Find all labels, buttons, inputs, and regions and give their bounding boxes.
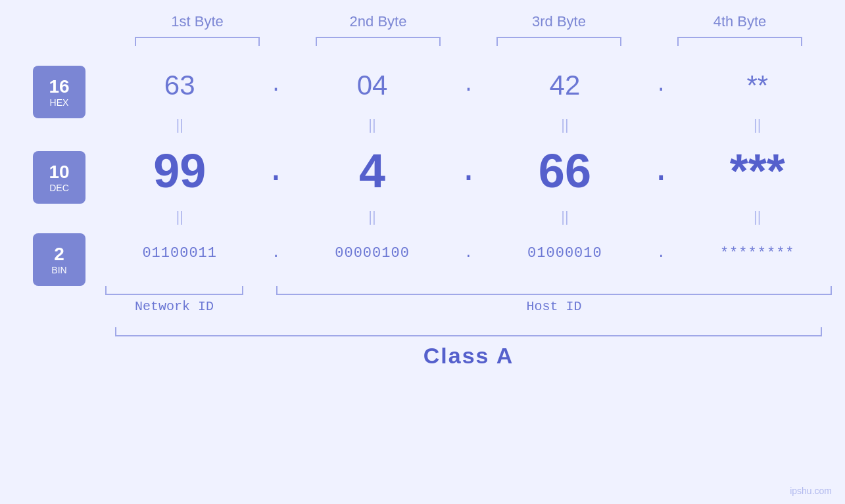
byte1-label: 1st Byte <box>125 13 270 30</box>
byte2-label: 2nd Byte <box>306 13 450 30</box>
dec-dot2: . <box>455 138 481 204</box>
equals-row-1: || || || || <box>92 112 845 138</box>
byte3-label: 3rd Byte <box>487 13 631 30</box>
host-id-label: Host ID <box>276 299 832 314</box>
host-bracket <box>276 286 832 295</box>
bin-badge-wrapper: 2 BIN <box>33 237 85 283</box>
dec-row: 99 . 4 . 66 . *** <box>92 138 845 204</box>
bin-b2: 00000100 <box>306 230 438 276</box>
dec-badge-wrapper: 10 DEC <box>33 145 85 210</box>
hex-row: 63 . 04 . 42 . ** <box>92 59 845 112</box>
dec-badge: 10 DEC <box>33 151 85 204</box>
hex-dot1: . <box>263 59 289 112</box>
network-id-label: Network ID <box>105 299 243 314</box>
dec-b2: 4 <box>306 138 438 204</box>
hex-b3: 42 <box>499 59 631 112</box>
eq2-b2: || <box>306 208 438 225</box>
main-content-area: 16 HEX 10 DEC 2 BIN <box>0 59 845 283</box>
badges-column: 16 HEX 10 DEC 2 BIN <box>0 59 92 283</box>
byte4-label: 4th Byte <box>667 13 812 30</box>
bin-badge-number: 2 <box>54 244 64 265</box>
bracket-byte3 <box>496 37 621 46</box>
bin-b1: 01100011 <box>114 230 245 276</box>
bin-badge: 2 BIN <box>33 233 85 286</box>
dec-dot3: . <box>648 138 674 204</box>
hex-b2: 04 <box>306 59 438 112</box>
class-bracket <box>115 327 822 336</box>
network-bracket <box>105 286 243 295</box>
eq1-b1: || <box>114 116 245 133</box>
byte-headers: 1st Byte 2nd Byte 3rd Byte 4th Byte <box>107 13 831 30</box>
hex-badge-label: HEX <box>50 97 69 108</box>
bin-b4: ******** <box>692 230 823 276</box>
equals-row-2: || || || || <box>92 204 845 230</box>
top-brackets <box>107 37 831 46</box>
class-label: Class A <box>102 343 835 369</box>
bin-badge-label: BIN <box>51 265 66 275</box>
hex-badge-number: 16 <box>49 76 69 97</box>
main-container: 1st Byte 2nd Byte 3rd Byte 4th Byte 16 H… <box>0 0 845 504</box>
hex-dot3: . <box>648 59 674 112</box>
bin-b3: 01000010 <box>499 230 631 276</box>
bracket-byte2 <box>316 37 441 46</box>
bin-dot2: . <box>455 230 481 276</box>
bracket-byte1 <box>135 37 260 46</box>
hex-badge: 16 HEX <box>33 66 85 118</box>
class-section: Class A <box>102 327 835 369</box>
hex-dot2: . <box>455 59 481 112</box>
eq1-b4: || <box>692 116 823 133</box>
rows-area: 63 . 04 . 42 . ** || || || || 99 <box>92 59 845 276</box>
bin-row: 01100011 . 00000100 . 01000010 . *******… <box>92 230 845 276</box>
id-labels: Network ID Host ID <box>92 299 845 314</box>
dec-badge-number: 10 <box>49 162 69 183</box>
eq2-b1: || <box>114 208 245 225</box>
dec-b4: *** <box>692 138 823 204</box>
bracket-byte4 <box>677 37 802 46</box>
dec-dot1: . <box>263 138 289 204</box>
dec-badge-label: DEC <box>49 183 69 193</box>
hex-badge-wrapper: 16 HEX <box>33 66 85 118</box>
bin-dot3: . <box>648 230 674 276</box>
eq1-b2: || <box>306 116 438 133</box>
hex-b1: 63 <box>114 59 245 112</box>
eq1-b3: || <box>499 116 631 133</box>
bottom-bracket-section: Network ID Host ID <box>92 286 845 314</box>
hex-b4: ** <box>692 59 823 112</box>
dec-b1: 99 <box>114 138 245 204</box>
bin-dot1: . <box>263 230 289 276</box>
eq2-b3: || <box>499 208 631 225</box>
eq2-b4: || <box>692 208 823 225</box>
dec-b3: 66 <box>499 138 631 204</box>
bottom-brackets <box>92 286 845 295</box>
watermark: ipshu.com <box>790 486 832 496</box>
